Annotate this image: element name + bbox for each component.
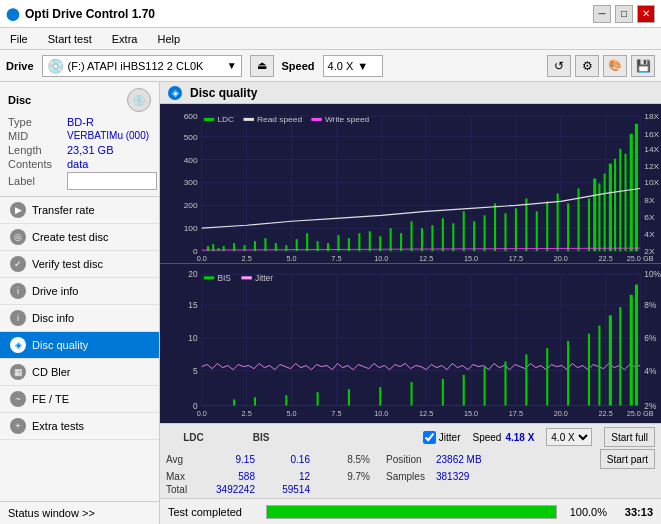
- sidebar-menu: ▶ Transfer rate ◎ Create test disc ✓ Ver…: [0, 197, 159, 501]
- maximize-button[interactable]: □: [615, 5, 633, 23]
- extra-tests-icon: +: [10, 418, 26, 434]
- svg-text:20.0: 20.0: [554, 255, 568, 263]
- svg-text:7.5: 7.5: [331, 255, 341, 263]
- eject-button[interactable]: ⏏: [250, 55, 274, 77]
- svg-rect-46: [204, 118, 214, 121]
- disc-label-input[interactable]: [67, 172, 157, 190]
- sidebar-item-create-test-disc[interactable]: ◎ Create test disc: [0, 224, 159, 251]
- svg-rect-94: [609, 164, 612, 251]
- menu-start-test[interactable]: Start test: [42, 31, 98, 47]
- svg-text:17.5: 17.5: [509, 255, 523, 263]
- disc-section-label: Disc: [8, 94, 31, 106]
- avg-ldc: 9.15: [200, 454, 255, 465]
- svg-rect-159: [619, 307, 621, 405]
- samples-value: 381329: [436, 471, 496, 482]
- svg-rect-160: [630, 295, 633, 406]
- start-part-button[interactable]: Start part: [600, 449, 655, 469]
- sidebar-item-transfer-rate[interactable]: ▶ Transfer rate: [0, 197, 159, 224]
- svg-rect-66: [337, 235, 339, 251]
- drive-selector[interactable]: 💿 (F:) ATAPI iHBS112 2 CL0K ▼: [42, 55, 242, 77]
- svg-text:5.0: 5.0: [286, 255, 296, 263]
- sidebar-item-disc-quality[interactable]: ◈ Disc quality: [0, 332, 159, 359]
- stats-area: LDC BIS Jitter Speed 4.18 X 4.0 X Start …: [160, 423, 661, 498]
- svg-rect-153: [525, 354, 527, 405]
- sidebar-item-fe-te[interactable]: ~ FE / TE: [0, 386, 159, 413]
- settings-button[interactable]: ⚙: [575, 55, 599, 77]
- svg-rect-91: [593, 179, 596, 252]
- svg-text:12.5: 12.5: [419, 255, 433, 263]
- speed-dropdown[interactable]: 4.0 X: [546, 428, 592, 446]
- disc-panel: Disc 💿 Type BD-R MID VERBATIMu (000) Len…: [0, 82, 159, 197]
- chart-header-icon: ◈: [168, 86, 182, 100]
- svg-rect-140: [241, 276, 251, 279]
- sidebar-item-drive-info[interactable]: i Drive info: [0, 278, 159, 305]
- extra-tests-label: Extra tests: [32, 420, 84, 432]
- titlebar-left: ⬤ Opti Drive Control 1.70: [6, 7, 155, 21]
- svg-text:10: 10: [188, 334, 198, 343]
- disc-mid-row: MID VERBATIMu (000): [8, 130, 151, 142]
- disc-quality-label: Disc quality: [32, 339, 88, 351]
- svg-text:2.5: 2.5: [242, 255, 252, 263]
- menu-help[interactable]: Help: [151, 31, 186, 47]
- svg-text:6X: 6X: [644, 213, 655, 222]
- svg-rect-81: [494, 203, 496, 251]
- svg-text:2.5: 2.5: [242, 409, 252, 418]
- svg-rect-138: [204, 276, 214, 279]
- chart-title: Disc quality: [190, 86, 257, 100]
- total-bis: 59514: [255, 484, 310, 495]
- avg-label: Avg: [166, 454, 200, 465]
- stats-data-row-avg: Avg 9.15 0.16 8.5% Position 23862 MB Sta…: [166, 449, 655, 469]
- svg-rect-79: [473, 221, 475, 251]
- avg-bis: 0.16: [255, 454, 310, 465]
- svg-rect-77: [452, 223, 454, 251]
- drive-value: (F:) ATAPI iHBS112 2 CL0K: [68, 60, 223, 72]
- total-ldc: 3492242: [200, 484, 255, 495]
- svg-text:4%: 4%: [644, 367, 657, 376]
- svg-text:12.5: 12.5: [419, 409, 433, 418]
- svg-rect-152: [504, 361, 506, 405]
- disc-info-icon: i: [10, 310, 26, 326]
- start-full-button[interactable]: Start full: [604, 427, 655, 447]
- save-button[interactable]: 💾: [631, 55, 655, 77]
- menu-file[interactable]: File: [4, 31, 34, 47]
- svg-rect-156: [588, 334, 590, 406]
- svg-text:20.0: 20.0: [554, 409, 568, 418]
- svg-rect-151: [484, 367, 486, 406]
- svg-rect-54: [217, 248, 219, 251]
- svg-text:10.0: 10.0: [374, 409, 388, 418]
- disc-length-label: Length: [8, 144, 63, 156]
- speed-stat-value: 4.18 X: [505, 432, 534, 443]
- sidebar-item-cd-bler[interactable]: ▦ CD Bler: [0, 359, 159, 386]
- transfer-rate-icon: ▶: [10, 202, 26, 218]
- sidebar-item-extra-tests[interactable]: + Extra tests: [0, 413, 159, 440]
- svg-rect-146: [348, 389, 350, 405]
- drive-info-label: Drive info: [32, 285, 78, 297]
- speed-value: 4.0 X: [328, 60, 354, 72]
- svg-rect-76: [442, 218, 444, 251]
- svg-text:15.0: 15.0: [464, 409, 478, 418]
- toolbar-icons: ↺ ⚙ 🎨 💾: [547, 55, 655, 77]
- sidebar-item-verify-test-disc[interactable]: ✓ Verify test disc: [0, 251, 159, 278]
- menu-extra[interactable]: Extra: [106, 31, 144, 47]
- svg-text:17.5: 17.5: [509, 409, 523, 418]
- sidebar-item-disc-info[interactable]: i Disc info: [0, 305, 159, 332]
- svg-text:100: 100: [184, 224, 198, 233]
- minimize-button[interactable]: ─: [593, 5, 611, 23]
- disc-label-label: Label: [8, 175, 63, 187]
- svg-rect-83: [515, 208, 517, 251]
- close-button[interactable]: ✕: [637, 5, 655, 23]
- status-window-button[interactable]: Status window >>: [0, 501, 159, 524]
- svg-rect-148: [411, 382, 413, 406]
- svg-rect-161: [635, 285, 638, 406]
- status-text: Test completed: [168, 506, 258, 518]
- jitter-checkbox[interactable]: [423, 431, 436, 444]
- svg-rect-59: [264, 238, 266, 251]
- svg-rect-157: [598, 326, 600, 406]
- svg-text:5: 5: [193, 367, 198, 376]
- color-button[interactable]: 🎨: [603, 55, 627, 77]
- refresh-button[interactable]: ↺: [547, 55, 571, 77]
- speed-selector[interactable]: 4.0 X ▼: [323, 55, 383, 77]
- svg-rect-63: [306, 233, 308, 251]
- svg-rect-48: [244, 118, 254, 121]
- svg-text:12X: 12X: [644, 162, 659, 171]
